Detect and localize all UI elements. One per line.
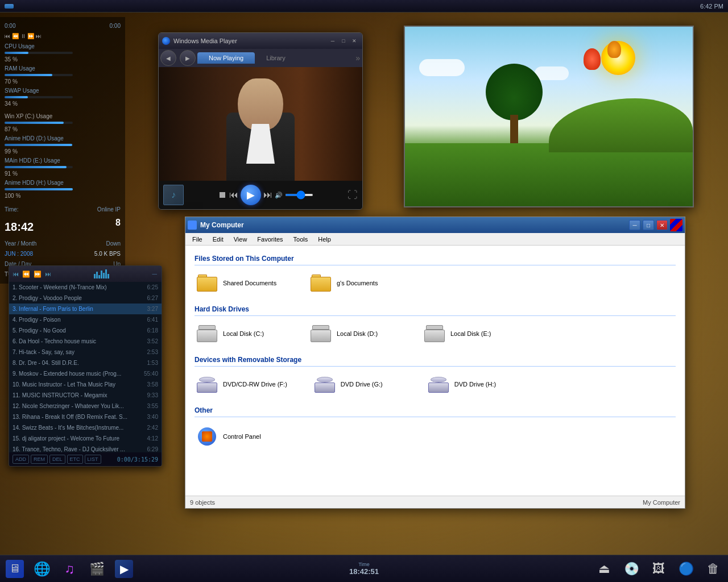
taskbar-internet[interactable]: 🌐 — [30, 558, 55, 580]
track-item-4[interactable]: 4. Prodigy - Poison6:41 — [9, 314, 162, 325]
taskbar-trash[interactable]: 🗑 — [701, 558, 726, 580]
mp-del-button[interactable]: DEL — [49, 455, 65, 464]
swap-bar — [5, 96, 28, 98]
photos-taskbar-icon: 🖼 — [650, 560, 668, 578]
shared-documents-item[interactable]: Shared Documents — [195, 272, 286, 294]
wmp-back-button[interactable]: ◀ — [160, 50, 176, 66]
wmp-forward-button[interactable]: ▶ — [180, 50, 196, 66]
track-time: 1:53 — [147, 359, 158, 367]
control-panel-label: Control Panel — [223, 433, 261, 440]
top-bar-left — [5, 4, 14, 9]
taskbar-dvd[interactable]: 💿 — [619, 558, 644, 580]
track-item-16[interactable]: 16. Trance, Techno, Rave - DJ Quicksilve… — [9, 444, 162, 452]
volume-icon: 🔊 — [275, 192, 283, 199]
track-item-14[interactable]: 14. Swizz Beats - It's Me Bitches(Instru… — [9, 422, 162, 433]
mc-close-button[interactable]: ✕ — [656, 220, 668, 230]
track-item-8[interactable]: 8. Dr. Dre - 04. Still D.R.E.1:53 — [9, 357, 162, 368]
track-item-1[interactable]: 1. Scooter - Weekend (N-Trance Mix)6:25 — [9, 282, 162, 293]
wmp-prev-button[interactable]: ⏮ — [229, 190, 238, 200]
dvd-rw-f-item[interactable]: DVD/CD-RW Drive (F:) — [195, 373, 289, 395]
mp-add-button[interactable]: ADD — [13, 455, 29, 464]
track-name: 15. dj aligator project - Welcome To Fut… — [13, 434, 144, 443]
top-bar: 6:42 PM — [0, 0, 728, 13]
internet-taskbar-icon: 🌐 — [33, 560, 51, 578]
track-time: 4:12 — [147, 434, 158, 443]
mp-collapse-button[interactable]: ─ — [152, 270, 157, 278]
menu-help[interactable]: Help — [313, 235, 336, 244]
music-player-header: ⏮ ⏪ ⏩ ⏭ ─ — [9, 266, 162, 282]
menu-edit[interactable]: Edit — [208, 235, 228, 244]
mp-etc-button[interactable]: ETC — [67, 455, 83, 464]
taskbar-photos[interactable]: 🖼 — [646, 558, 671, 580]
wallpaper-image — [405, 27, 693, 206]
dvd-g-item[interactable]: DVD Drive (G:) — [312, 373, 403, 395]
mp-next-button[interactable]: ⏭ — [45, 271, 51, 278]
track-item-15[interactable]: 15. dj aligator project - Welcome To Fut… — [9, 433, 162, 444]
track-item-13[interactable]: 13. Rihana - Break It Off (BD Remix Feat… — [9, 411, 162, 422]
wmp-play-button[interactable]: ▶ — [241, 185, 261, 205]
tab-now-playing[interactable]: Now Playing — [197, 52, 255, 64]
wmp-more-arrow[interactable]: » — [355, 53, 360, 63]
status-objects: 9 objects — [190, 499, 215, 506]
volume-slider[interactable] — [285, 194, 313, 196]
taskbar-quicktime[interactable]: 🎬 — [84, 558, 109, 580]
mycomputer-window: My Computer ─ □ ✕ File Edit View Favorit… — [185, 217, 685, 509]
taskbar-network[interactable]: 🔵 — [673, 558, 698, 580]
wmp-maximize-button[interactable]: □ — [339, 37, 348, 45]
taskbar-media-player[interactable]: ▶ — [111, 558, 136, 580]
track-name: 13. Rihana - Break It Off (BD Remix Feat… — [13, 413, 144, 421]
track-item-6[interactable]: 6. Da Hool - Techno house music3:52 — [9, 336, 162, 347]
track-name: 3. Infernal - Form Paris to Berlin — [13, 305, 144, 313]
network-taskbar-icon: 🔵 — [677, 560, 695, 578]
mp-forward-button[interactable]: ⏩ — [34, 271, 42, 278]
wmp-next-button[interactable]: ⏭ — [263, 190, 272, 200]
top-bar-button[interactable] — [5, 4, 14, 9]
local-disk-d-item[interactable]: Local Disk (D:) — [308, 323, 399, 344]
wmp-volume-control[interactable]: 🔊 — [275, 192, 313, 199]
mainhdd-e-bar — [5, 166, 67, 168]
wmp-close-button[interactable]: ✕ — [350, 37, 359, 45]
track-item-10[interactable]: 10. Music Instructor - Let Tha Music Pla… — [9, 379, 162, 390]
taskbar-eject[interactable]: ⏏ — [592, 558, 617, 580]
music-player-footer: ADD REM DEL ETC LIST 0:00/3:15:29 — [9, 452, 162, 466]
menu-favorites[interactable]: Favorites — [253, 235, 287, 244]
year-month-label: Year / Month — [5, 239, 62, 248]
animehdd-d-label: Anime HDD (D:) Usage — [5, 134, 121, 143]
menu-file[interactable]: File — [188, 235, 207, 244]
track-item-9[interactable]: 9. Moskov - Extended house music (Prog..… — [9, 368, 162, 379]
wmp-fullscreen-button[interactable]: ⛶ — [348, 189, 358, 201]
mp-prev-button[interactable]: ⏮ — [13, 271, 19, 278]
wmp-window-controls: ─ □ ✕ — [328, 37, 359, 45]
track-item-3[interactable]: 3. Infernal - Form Paris to Berlin3:27 — [9, 304, 162, 314]
tab-library[interactable]: Library — [255, 52, 297, 64]
shared-docs-row: Shared Documents g's Documents — [195, 272, 676, 294]
dvd-h-item[interactable]: DVD Drive (H:) — [426, 373, 517, 395]
wmp-minimize-button[interactable]: ─ — [328, 37, 337, 45]
track-item-5[interactable]: 5. Prodigy - No Good6:18 — [9, 325, 162, 336]
gs-documents-item[interactable]: g's Documents — [308, 272, 399, 294]
track-item-12[interactable]: 12. Nicole Scherzinger - Whatever You Li… — [9, 401, 162, 411]
animehdd-h-value: 100 % — [5, 192, 121, 201]
mp-list-button[interactable]: LIST — [85, 455, 101, 464]
taskbar-music[interactable]: ♫ — [57, 558, 82, 580]
mp-back-button[interactable]: ⏪ — [22, 271, 30, 278]
clock-display: 18:42:51 — [347, 567, 381, 576]
mc-minimize-button[interactable]: ─ — [629, 220, 640, 230]
taskbar-monitor[interactable]: 🖥 — [2, 558, 27, 580]
local-disk-e-item[interactable]: Local Disk (E:) — [422, 323, 513, 344]
menu-tools[interactable]: Tools — [289, 235, 313, 244]
track-name: 14. Swizz Beats - It's Me Bitches(Instru… — [13, 423, 144, 432]
track-item-2[interactable]: 2. Prodigy - Voodoo People6:27 — [9, 293, 162, 304]
control-panel-item[interactable]: Control Panel — [195, 424, 286, 449]
track-name: 1. Scooter - Weekend (N-Trance Mix) — [13, 283, 144, 292]
local-disk-c-item[interactable]: Local Disk (C:) — [195, 323, 286, 344]
mp-rem-button[interactable]: REM — [31, 455, 48, 464]
wmp-stop-button[interactable]: ⏹ — [218, 190, 227, 200]
menu-view[interactable]: View — [229, 235, 252, 244]
track-item-7[interactable]: 7. Hi-tack - Say, say, say2:53 — [9, 347, 162, 357]
mc-maximize-button[interactable]: □ — [643, 220, 654, 230]
mycomputer-icon — [188, 221, 197, 230]
track-item-11[interactable]: 11. MUSIC INSTRUCTOR - Megamix9:33 — [9, 390, 162, 401]
gs-documents-label: g's Documents — [337, 280, 378, 286]
track-name: 12. Nicole Scherzinger - Whatever You Li… — [13, 402, 144, 410]
